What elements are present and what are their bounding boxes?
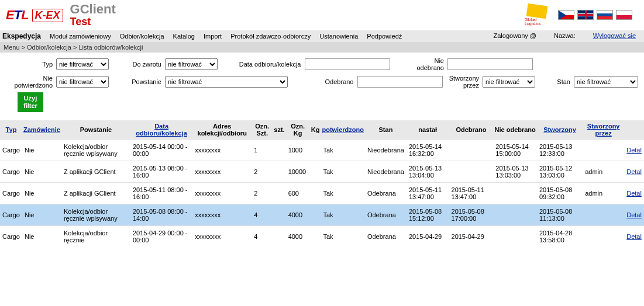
- th-oznkg: Ozn. Kg: [286, 120, 310, 140]
- table-row[interactable]: CargoNieZ aplikacji GClient2015-05-13 08…: [0, 161, 644, 183]
- logout-link[interactable]: Wylogować sie: [593, 32, 636, 39]
- cell: [273, 161, 285, 183]
- menu-ekspedycja[interactable]: Ekspedycja: [2, 32, 41, 40]
- cell: Tak: [321, 204, 365, 226]
- cell: Tak: [321, 183, 365, 204]
- cell: 4: [252, 226, 273, 248]
- cell: admin: [583, 183, 624, 204]
- cell: 2015-05-14 00:00 - 00:00: [130, 140, 192, 161]
- detail-link[interactable]: Detal: [626, 147, 642, 154]
- cell: 2015-04-29: [407, 226, 449, 248]
- cell: Tak: [321, 140, 365, 161]
- flag-pl-icon[interactable]: [616, 10, 632, 20]
- cell: [493, 183, 537, 204]
- cell: Kolekcja/odbior ręcznie wpisywany: [61, 140, 130, 161]
- cell: Nie: [22, 183, 61, 204]
- th-typ[interactable]: Typ: [6, 126, 17, 133]
- label-nieodebrano: Nie odebrano: [409, 57, 447, 71]
- th-data[interactable]: Data odbioru/kolekcja: [136, 123, 187, 137]
- cell: xxxxxxxx: [192, 226, 252, 248]
- flag-cz-icon[interactable]: [558, 10, 574, 20]
- cell: Odebrana: [365, 204, 407, 226]
- th-zamowienie[interactable]: Zamówienie: [23, 126, 60, 133]
- cell: 1000: [286, 140, 310, 161]
- label-stworzony: Stworzony przez: [444, 75, 483, 89]
- cell: Nie: [22, 226, 61, 248]
- cell: [273, 183, 285, 204]
- flag-uk-icon[interactable]: [577, 10, 594, 20]
- select-stan[interactable]: nie filtrować: [574, 76, 638, 88]
- cell: Kolekcja/odbior ręcznie: [61, 226, 130, 248]
- cell: 2015-05-08 15:12:00: [407, 204, 449, 226]
- th-potwierdzono[interactable]: potwierdzono: [322, 126, 364, 133]
- cell: admin: [583, 161, 624, 183]
- cell: Cargo: [0, 161, 22, 183]
- cell: Nieodebrana: [365, 161, 407, 183]
- table-row[interactable]: CargoNieZ aplikacji GClient2015-05-11 08…: [0, 183, 644, 204]
- flag-sk-icon[interactable]: [597, 10, 613, 20]
- cell: 2015-05-08 11:13:00: [537, 204, 583, 226]
- detail-link[interactable]: Detal: [626, 168, 642, 175]
- nazwa-label: Nazwa:: [554, 32, 576, 39]
- cell: 4000: [286, 204, 310, 226]
- use-filter-button[interactable]: Użyjfilter: [18, 92, 43, 112]
- logged-label: Zalogowany @: [494, 32, 537, 39]
- cell: Odebrana: [365, 226, 407, 248]
- th-kg: Kg: [310, 120, 321, 140]
- cell: Kolekcja/odbior ręcznie wpisywany: [61, 204, 130, 226]
- select-typ[interactable]: nie filtrować: [56, 58, 109, 70]
- th-stworzonyprzez[interactable]: Stworzony przez: [587, 123, 620, 137]
- cell: [273, 140, 285, 161]
- menu-odbior[interactable]: Odbior/kolekcja: [120, 33, 164, 40]
- cell: Tak: [321, 226, 365, 248]
- logo-kex: K-EX: [32, 9, 63, 22]
- cell: [273, 226, 285, 248]
- detail-link[interactable]: Detal: [626, 233, 642, 240]
- cell: 2015-04-28 13:58:00: [537, 226, 583, 248]
- label-stan: Stan: [553, 78, 574, 85]
- menu-podpowiedz[interactable]: Podpowiedź: [367, 33, 402, 40]
- table-row[interactable]: CargoNieKolekcja/odbior ręcznie wpisywan…: [0, 140, 644, 161]
- select-niepotwierdzono[interactable]: nie filtrować: [56, 76, 109, 88]
- cell: Nie: [22, 161, 61, 183]
- cell: [273, 204, 285, 226]
- cell: xxxxxxxx: [192, 161, 252, 183]
- cell: 2015-05-11 13:47:00: [449, 183, 494, 204]
- cell: [493, 226, 537, 248]
- cell: 2015-05-13 13:04:00: [407, 161, 449, 183]
- cell: 2015-05-12 13:03:00: [537, 161, 583, 183]
- detail-link[interactable]: Detal: [626, 211, 642, 218]
- menu-modul[interactable]: Moduł zamówieniowy: [50, 33, 111, 40]
- input-data[interactable]: [305, 58, 390, 70]
- input-nieodebrano[interactable]: [447, 58, 533, 70]
- select-powstanie[interactable]: nie filtrować: [165, 76, 288, 88]
- table-row[interactable]: CargoNieKolekcja/odbior ręcznie2015-04-2…: [0, 226, 644, 248]
- cell: 4000: [286, 226, 310, 248]
- th-oznszt: Ozn. Szt.: [252, 120, 273, 140]
- cell: Z aplikacji GClient: [61, 183, 130, 204]
- label-dozwrotu: Do zwrotu: [126, 61, 165, 68]
- menubar: Ekspedycja Moduł zamówieniowy Odbior/kol…: [0, 30, 644, 42]
- cell: 10000: [286, 161, 310, 183]
- cell: Cargo: [0, 140, 22, 161]
- cell: 600: [286, 183, 310, 204]
- select-dozwrotu[interactable]: nie filtrować: [165, 58, 218, 70]
- cell: [310, 204, 321, 226]
- detail-link[interactable]: Detal: [626, 190, 642, 197]
- cell: 2015-05-08 08:00 - 14:00: [130, 204, 192, 226]
- menu-ustanowienia[interactable]: Ustanowienia: [319, 33, 358, 40]
- cell: Cargo: [0, 204, 22, 226]
- input-odebrano[interactable]: [357, 76, 443, 88]
- th-nieodebrano: Nie odebrano: [493, 120, 537, 140]
- cell: Tak: [321, 161, 365, 183]
- th-stworzony[interactable]: Stworzony: [543, 126, 576, 133]
- menu-import[interactable]: Import: [204, 33, 222, 40]
- th-powstanie: Powstanie: [61, 120, 130, 140]
- cell: Cargo: [0, 226, 22, 248]
- table-row[interactable]: CargoNieKolekcja/odbior ręcznie wpisywan…: [0, 204, 644, 226]
- select-stworzony[interactable]: nie filtrować: [483, 76, 535, 88]
- cell: 2015-05-11 08:00 - 16:00: [130, 183, 192, 204]
- th-stan: Stan: [365, 120, 407, 140]
- menu-katalog[interactable]: Katalog: [173, 33, 195, 40]
- menu-protokol[interactable]: Protokół zdawczo-odbiorczy: [230, 33, 311, 40]
